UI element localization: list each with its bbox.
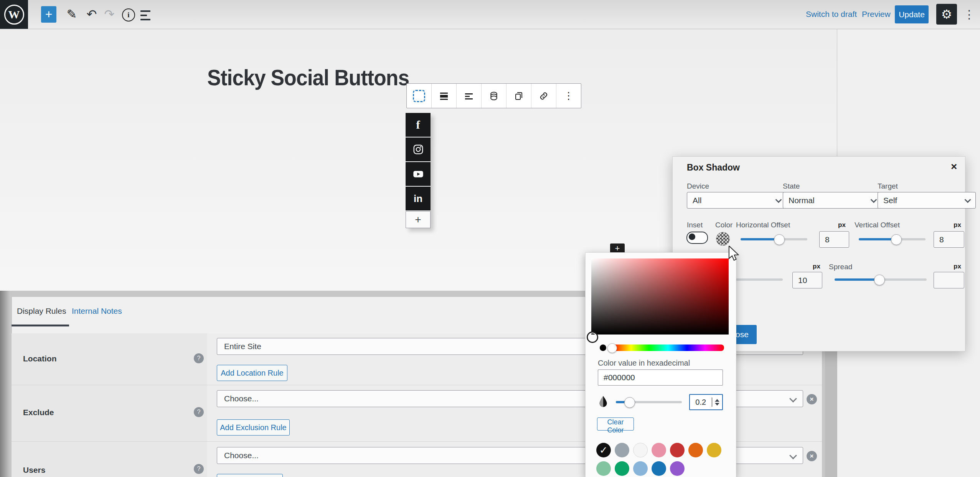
info-icon: i [127, 11, 129, 19]
opacity-input[interactable]: 0.2 [689, 394, 723, 410]
details-button[interactable]: i [122, 8, 135, 22]
chevron-down-icon [965, 196, 971, 203]
plus-icon: + [415, 214, 421, 226]
chevron-down-icon [789, 452, 797, 459]
container-icon [413, 90, 425, 102]
saturation-gradient-area[interactable] [591, 258, 729, 335]
px-unit-label: px [813, 263, 820, 270]
hex-label: Color value in hexadecimal [598, 359, 690, 368]
stack-button[interactable] [482, 84, 506, 108]
horizontal-offset-label: Horizontal Offset [736, 221, 790, 229]
slider-handle[interactable] [624, 397, 635, 408]
chevron-down-icon [775, 196, 782, 203]
block-options-button[interactable]: ⋮ [556, 84, 581, 108]
text-align-button[interactable] [457, 84, 482, 108]
color-swatch[interactable] [652, 461, 666, 476]
horizontal-offset-slider[interactable] [741, 234, 807, 244]
color-swatch[interactable] [652, 443, 666, 457]
color-swatch[interactable] [596, 461, 611, 476]
state-label: State [783, 182, 800, 190]
redo-button[interactable]: ↷ [102, 7, 117, 22]
shadow-color-swatch[interactable] [716, 232, 730, 246]
preview-link[interactable]: Preview [862, 10, 891, 19]
clear-users-icon[interactable]: × [807, 451, 817, 461]
px-unit-label: px [954, 221, 961, 229]
tab-internal-notes[interactable]: Internal Notes [72, 306, 122, 316]
add-social-button[interactable]: + [406, 211, 431, 228]
block-toolbar: ⋮ [406, 83, 581, 108]
settings-button[interactable]: ⚙ [936, 4, 957, 25]
clear-exclude-icon[interactable]: × [807, 394, 817, 404]
kebab-icon: ⋮ [964, 8, 975, 21]
wordpress-logo[interactable]: W [0, 0, 28, 29]
slider-handle[interactable] [874, 275, 885, 285]
list-view-button[interactable] [140, 10, 150, 21]
add-exclusion-rule-button[interactable]: Add Exclusion Rule [217, 419, 290, 436]
add-location-rule-button[interactable]: Add Location Rule [217, 365, 287, 381]
vertical-offset-input[interactable] [934, 231, 964, 248]
linkedin-button[interactable]: in [406, 187, 431, 210]
instagram-button[interactable] [406, 137, 431, 161]
youtube-button[interactable] [406, 162, 431, 186]
tab-display-rules[interactable]: Display Rules [17, 306, 66, 316]
color-swatch[interactable] [615, 461, 629, 476]
duplicate-button[interactable] [506, 84, 531, 108]
link-icon [538, 91, 549, 101]
pencil-icon: ✎ [67, 7, 77, 22]
add-block-button[interactable]: + [41, 6, 56, 23]
horizontal-offset-input[interactable] [819, 231, 849, 248]
help-icon[interactable]: ? [194, 464, 204, 474]
device-label: Device [687, 182, 709, 190]
state-select[interactable]: Normal [783, 192, 882, 209]
options-menu-button[interactable]: ⋮ [962, 5, 977, 23]
chevron-down-icon [789, 395, 797, 402]
shadow-color-label: Color [715, 221, 733, 229]
color-swatch[interactable] [707, 443, 721, 457]
inset-label: Inset [687, 221, 703, 229]
spread-slider[interactable] [835, 275, 927, 285]
color-swatch-selected[interactable]: ✓ [596, 443, 611, 457]
clear-color-button[interactable]: Clear Color [597, 417, 634, 431]
vertical-offset-slider[interactable] [859, 234, 926, 244]
link-button[interactable] [531, 84, 556, 108]
saturation-handle[interactable] [587, 331, 598, 343]
help-icon[interactable]: ? [194, 353, 204, 363]
hue-slider[interactable] [612, 344, 724, 351]
linkedin-icon: in [414, 193, 422, 205]
partial-button[interactable] [217, 474, 283, 477]
kebab-icon: ⋮ [564, 90, 574, 102]
slider-handle[interactable] [774, 234, 785, 245]
target-select[interactable]: Self [878, 192, 976, 209]
active-tab-underline [12, 325, 69, 326]
help-icon[interactable]: ? [194, 407, 204, 417]
select-container-button[interactable] [407, 84, 432, 108]
switch-to-draft-link[interactable]: Switch to draft [806, 10, 857, 19]
stepper-icons[interactable] [712, 399, 722, 406]
hex-input[interactable] [598, 369, 723, 386]
redo-icon: ↷ [104, 7, 115, 22]
duplicate-icon [514, 91, 524, 101]
color-swatch[interactable] [688, 443, 703, 457]
close-popup-icon[interactable]: × [951, 161, 957, 173]
facebook-button[interactable]: f [406, 113, 431, 137]
check-icon: ✓ [596, 443, 611, 457]
blur-input[interactable] [792, 272, 822, 288]
device-select[interactable]: All [687, 192, 787, 209]
color-swatch[interactable] [615, 443, 629, 457]
popup-title: Box Shadow [687, 162, 740, 173]
opacity-slider[interactable] [616, 397, 682, 407]
color-swatch[interactable] [633, 461, 648, 476]
color-swatch[interactable] [670, 443, 685, 457]
px-unit-label: px [954, 263, 961, 270]
alignment-button[interactable] [432, 84, 457, 108]
edit-mode-button[interactable]: ✎ [64, 7, 79, 22]
color-swatch[interactable] [670, 461, 685, 476]
spread-input[interactable] [934, 272, 964, 288]
color-swatch[interactable] [633, 443, 648, 457]
inset-toggle[interactable] [686, 232, 708, 244]
slider-handle[interactable] [891, 234, 902, 245]
update-button[interactable]: Update [895, 5, 929, 23]
hue-handle[interactable] [607, 343, 617, 353]
undo-button[interactable]: ↶ [84, 7, 99, 22]
stack-icon [489, 91, 499, 101]
